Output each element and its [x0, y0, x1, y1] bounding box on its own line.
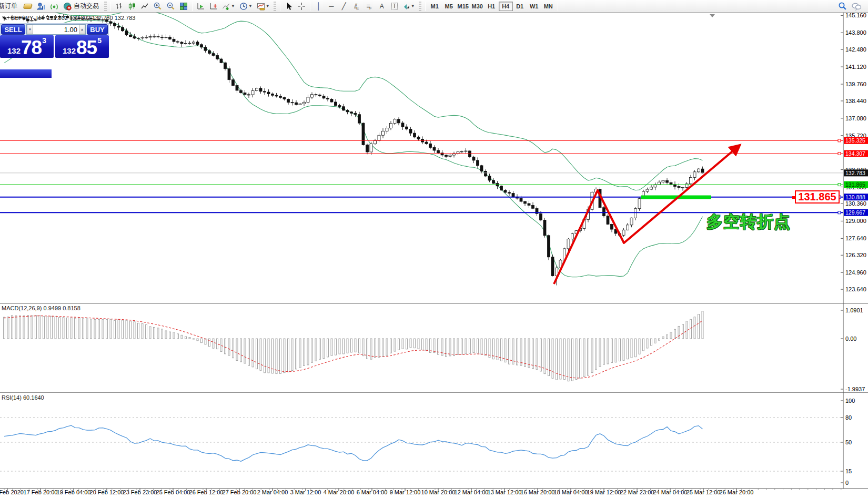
new-order-button[interactable]: 新订单 [0, 1, 21, 12]
rsi-scale-label: 15 [845, 468, 852, 474]
level-handle[interactable] [838, 139, 841, 142]
macd-histogram-bar [473, 339, 475, 353]
macd-histogram-bar [252, 339, 254, 367]
text-tool-icon[interactable]: A [376, 1, 388, 12]
macd-histogram-bar [398, 339, 400, 350]
level-handle[interactable] [838, 184, 841, 186]
zoom-in-icon[interactable] [152, 1, 164, 12]
vertical-line-tool-icon[interactable]: │ [313, 1, 325, 12]
candle-body [406, 127, 408, 129]
new-order-icon[interactable] [22, 1, 33, 12]
auto-scroll-icon[interactable] [195, 1, 207, 12]
timeframe-d1[interactable]: D1 [513, 2, 527, 11]
fibonacci-tool-icon[interactable]: ≡F [364, 1, 375, 12]
time-axis-label: 25 Feb 04:00 [156, 489, 190, 495]
price-annotation-label[interactable]: 131.865 [795, 190, 840, 204]
sell-button[interactable]: SELL [1, 24, 25, 35]
timeframe-mn[interactable]: MN [541, 2, 556, 11]
candle-body [342, 107, 345, 110]
timeframe-w1[interactable]: W1 [527, 2, 541, 11]
macd-histogram-bar [236, 339, 238, 360]
chart-shift-marker[interactable] [710, 14, 715, 17]
macd-histogram-bar [31, 316, 33, 339]
crosshair-icon[interactable] [296, 1, 307, 12]
channel-tool-icon[interactable]: ⫽E [351, 1, 362, 12]
autotrading-label: 自动交易 [72, 2, 100, 11]
time-axis-label: 26 Feb 12:00 [189, 489, 224, 495]
chart-header: GBPJPY-,H4 132.802 132.802 132.780 132.7… [2, 15, 135, 21]
bar-chart-icon[interactable] [114, 1, 125, 12]
timeframe-m15[interactable]: M15 [456, 2, 470, 11]
macd-histogram-bar [260, 339, 261, 370]
periods-icon[interactable]: ▼ [238, 1, 254, 12]
chart-canvas[interactable]: 145.160143.800142.480141.120139.760138.4… [0, 13, 868, 498]
macd-histogram-bar [240, 339, 242, 362]
trendline-tool-icon[interactable]: ╱ [338, 1, 350, 12]
turning-point-annotation[interactable]: 多空转折点 [706, 211, 791, 233]
candle-body [259, 88, 262, 92]
rsi-label: RSI(14) 60.1640 [2, 394, 44, 401]
macd-histogram-bar [694, 317, 695, 339]
tile-windows-icon[interactable] [178, 1, 189, 12]
price-tick-label: 138.440 [845, 98, 866, 104]
cursor-icon[interactable] [283, 1, 295, 12]
macd-histogram-bar [375, 339, 376, 358]
indicators-icon[interactable]: ▼ [220, 1, 237, 12]
timeframe-h4[interactable]: H4 [499, 2, 513, 11]
price-tick-label: 137.080 [845, 115, 866, 121]
search-icon[interactable] [836, 1, 849, 12]
macd-histogram-bar [351, 339, 352, 352]
candle-body [122, 27, 124, 31]
time-axis-label: 9 Mar 12:00 [390, 489, 421, 495]
arrows-tool-icon[interactable]: ▼ [401, 1, 417, 12]
candle-body [670, 182, 672, 185]
line-chart-icon[interactable] [139, 1, 150, 12]
candle-body [165, 37, 167, 38]
sell-price-panel[interactable]: 132 78 3 [0, 35, 54, 58]
autotrading-button[interactable]: 自动交易 [62, 1, 102, 12]
signals-icon[interactable] [48, 1, 60, 12]
time-axis-label: 24 Mar 04:00 [653, 489, 688, 495]
macd-histogram-bar [386, 339, 388, 355]
timeframe-h1[interactable]: H1 [485, 2, 499, 11]
macd-histogram-bar [540, 339, 542, 371]
chat-icon[interactable] [850, 1, 863, 12]
new-order-label: 新订单 [0, 2, 19, 11]
macd-histogram-bar [674, 329, 676, 339]
timeframe-m1[interactable]: M1 [428, 2, 442, 11]
buy-price-panel[interactable]: 132 85 5 [55, 35, 109, 58]
timeframe-m5[interactable]: M5 [442, 2, 456, 11]
volume-up-button[interactable]: ▲ [79, 25, 85, 34]
zoom-out-icon[interactable] [165, 1, 177, 12]
candle-body [212, 54, 215, 56]
macd-histogram-bar [477, 339, 479, 353]
macd-histogram-bar [465, 339, 467, 354]
macd-histogram-bar [517, 339, 518, 365]
candlestick-chart-icon[interactable] [126, 1, 138, 12]
volume-down-button[interactable]: ▼ [27, 25, 33, 34]
macd-histogram-bar [173, 332, 175, 339]
buy-button[interactable]: BUY [87, 24, 108, 35]
candle-body [303, 102, 306, 104]
candle-body [220, 59, 223, 63]
candle-body [180, 42, 183, 44]
level-handle[interactable] [838, 152, 841, 155]
chart-shift-icon[interactable] [208, 1, 219, 12]
volume-input[interactable] [33, 25, 79, 34]
macd-histogram-bar [596, 339, 597, 369]
candle-body [141, 37, 144, 38]
candle-body [445, 155, 448, 157]
macd-histogram-bar [607, 339, 609, 364]
candle-body [543, 220, 546, 236]
candle-body [492, 180, 495, 184]
templates-icon[interactable]: ▼ [255, 1, 271, 12]
horizontal-line-tool-icon[interactable]: ─ [326, 1, 337, 12]
panel-edge-strip [0, 69, 52, 78]
text-label-tool-icon[interactable]: T [389, 1, 400, 12]
price-tick-label: 124.960 [845, 269, 866, 276]
timeframe-m30[interactable]: M30 [470, 2, 485, 11]
candle-body [409, 129, 412, 133]
level-handle[interactable] [838, 211, 841, 214]
accounts-icon[interactable] [34, 1, 47, 12]
time-axis-label: 12 Mar 04:00 [455, 489, 489, 495]
